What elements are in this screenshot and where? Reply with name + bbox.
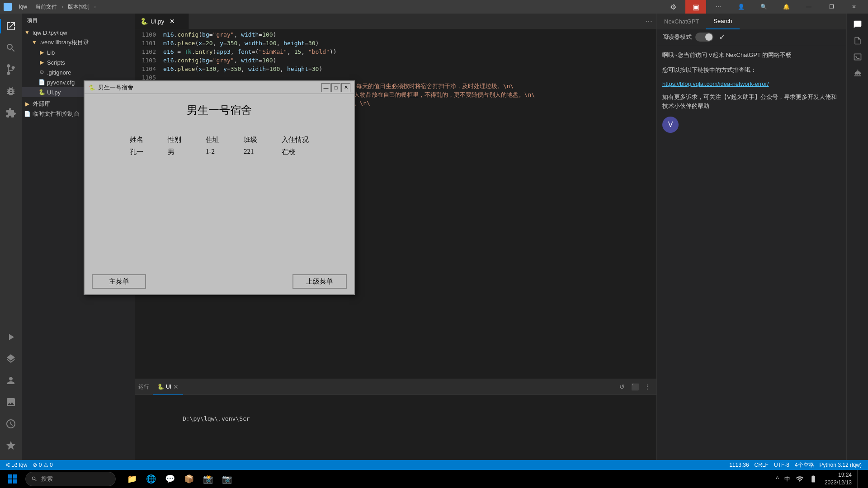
terminal-line-1: D:\py\lqw\.venv\Scr: [140, 397, 651, 432]
floating-restore-button[interactable]: □: [331, 83, 340, 92]
activity-user[interactable]: [0, 370, 22, 391]
tab-ui-py[interactable]: 🐍 UI.py ✕: [135, 14, 189, 29]
sidebar-item-gitignore[interactable]: ⚙ .gitignore: [22, 67, 135, 77]
taskbar-app-edge[interactable]: 🌐: [142, 470, 160, 488]
svg-rect-2: [8, 479, 12, 483]
sidebar-pyvenv-label: pyvenv.cfg: [47, 79, 75, 86]
system-tray-ime[interactable]: 中: [783, 474, 792, 484]
system-tray-wifi[interactable]: [794, 474, 806, 484]
show-desktop-button[interactable]: [857, 470, 861, 488]
taskbar-app-store[interactable]: 💬: [161, 470, 179, 488]
parent-menu-button[interactable]: 上级菜单: [292, 274, 347, 289]
taskbar-app-vscode[interactable]: 📷: [218, 470, 236, 488]
folder-venv-open-icon: ▼: [31, 39, 38, 46]
right-tab-nexchatgpt[interactable]: NexChatGPT: [657, 14, 706, 29]
system-tray-expand[interactable]: ^: [774, 474, 781, 483]
current-file-menu[interactable]: 当前文件: [32, 2, 61, 12]
folder-open-icon: ▼: [24, 29, 31, 36]
main-menu-button[interactable]: 主菜单: [92, 274, 146, 289]
chat-link[interactable]: https://blog.vqlai.com/idea-network-erro…: [662, 80, 769, 87]
floating-minimize-button[interactable]: —: [321, 83, 330, 92]
toggle-dot: [705, 33, 712, 41]
sidebar-item-lib[interactable]: ▶ Lib: [22, 47, 135, 57]
status-spaces[interactable]: 4个空格: [792, 460, 817, 470]
activity-star[interactable]: [0, 435, 22, 456]
terminal-panel: 运行 🐍 UI ✕ ↺ ⬛ ⋮ D:\py\lqw\.ve: [135, 379, 656, 460]
system-tray-battery[interactable]: [807, 474, 819, 484]
sidebar-temp-label: 临时文件和控制台: [33, 110, 80, 118]
right-icons-panel: [846, 14, 868, 460]
taskbar-app-xbox[interactable]: 📦: [180, 470, 198, 488]
activity-search[interactable]: [0, 37, 22, 59]
close-button[interactable]: ✕: [844, 0, 864, 14]
start-button[interactable]: [4, 470, 22, 488]
status-encoding[interactable]: UTF-8: [771, 460, 792, 470]
chat-message-link: https://blog.vqlai.com/idea-network-erro…: [662, 80, 841, 87]
svg-rect-0: [8, 474, 12, 479]
file-gitignore-icon: ⚙: [38, 69, 45, 76]
layout-button[interactable]: ▣: [685, 0, 706, 14]
right-tab-search[interactable]: Search: [706, 14, 739, 29]
panel-refresh-button[interactable]: ↺: [617, 381, 627, 392]
activity-layers[interactable]: [0, 348, 22, 370]
version-control-menu[interactable]: 版本控制: [64, 2, 93, 12]
taskbar-time: 19:24: [825, 471, 852, 479]
status-eol[interactable]: CRLF: [752, 460, 771, 470]
taskbar-app-files[interactable]: 📁: [123, 470, 141, 488]
tab-more-button[interactable]: ⋯: [641, 14, 656, 29]
reading-mode-label: 阅读器模式: [662, 33, 692, 41]
panel-stop-button[interactable]: ⬛: [629, 381, 640, 392]
col-header-class: 班级: [244, 136, 271, 144]
activity-run[interactable]: [0, 326, 22, 348]
panel-tab-ui-label: UI: [166, 384, 171, 390]
settings-button[interactable]: ⚙: [663, 0, 684, 14]
activity-git[interactable]: [0, 59, 22, 80]
right-panel: NexChatGPT Search 阅读器模式 ✓ 啊哦~您当前访问 V起来 N…: [656, 14, 846, 460]
tab-ui-label: UI.py: [151, 18, 164, 25]
activity-image[interactable]: [0, 391, 22, 413]
taskbar-app-photos[interactable]: 📸: [199, 470, 217, 488]
panel-more-button[interactable]: ⋮: [642, 381, 653, 392]
right-icon-robot[interactable]: [850, 66, 865, 80]
sidebar-scripts-label: Scripts: [47, 59, 65, 66]
taskbar-date: 2023/12/13: [825, 479, 852, 487]
sidebar-item-scripts[interactable]: ▶ Scripts: [22, 57, 135, 67]
more-button[interactable]: ⋯: [708, 0, 729, 14]
restore-button[interactable]: ❐: [821, 0, 842, 14]
search-button[interactable]: 🔍: [753, 0, 774, 14]
activity-extensions[interactable]: [0, 102, 22, 124]
tab-close-button[interactable]: ✕: [169, 18, 176, 25]
right-icon-terminal[interactable]: [850, 50, 865, 64]
floating-close-button[interactable]: ✕: [341, 83, 350, 92]
panel-tab-close-icon[interactable]: ✕: [173, 383, 179, 390]
taskbar-clock[interactable]: 19:24 2023/12/13: [821, 471, 855, 487]
profile-button[interactable]: 👤: [731, 0, 751, 14]
status-branch[interactable]: ⑆ ⎇ lqw: [4, 460, 30, 470]
title-bar-left: lqw 当前文件 › 版本控制 ›: [4, 2, 96, 12]
reading-mode-toggle[interactable]: [695, 33, 713, 42]
status-errors[interactable]: ⊘ 0 ⚠ 0: [30, 460, 55, 470]
activity-clock[interactable]: [0, 413, 22, 435]
cell-address-0: 1-2: [206, 148, 233, 156]
right-icon-doc[interactable]: [850, 33, 865, 48]
taskbar-search[interactable]: 搜索: [25, 472, 116, 486]
floating-titlebar: 🐍 男生一号宿舍 — □ ✕: [85, 81, 354, 94]
terminal-content[interactable]: D:\py\lqw\.venv\Scr: [135, 395, 656, 460]
sidebar-item-venv[interactable]: ▼ .venv library根目录: [22, 38, 135, 47]
status-position[interactable]: 1113:36: [726, 460, 751, 470]
menu-item-lqw[interactable]: lqw: [15, 3, 31, 11]
floating-window-icon: 🐍: [88, 84, 95, 91]
activity-bar: [0, 14, 22, 460]
right-icon-chat[interactable]: [850, 17, 865, 32]
status-language[interactable]: Python 3.12 (lqw): [817, 460, 864, 470]
activity-debug[interactable]: [0, 80, 22, 102]
col-header-status: 入住情况: [282, 136, 309, 144]
sidebar-item-lqw[interactable]: ▼ lqw D:\py\lqw: [22, 28, 135, 38]
reading-mode-bar: 阅读器模式 ✓: [657, 29, 846, 45]
activity-explorer[interactable]: [0, 15, 22, 37]
panel-tab-ui[interactable]: 🐍 UI ✕: [153, 379, 183, 395]
bell-button[interactable]: 🔔: [776, 0, 797, 14]
minimize-button[interactable]: —: [798, 0, 819, 14]
floating-window: 🐍 男生一号宿舍 — □ ✕ 男生一号宿舍 姓名 性别 住址 班级 入住情况 孔…: [84, 80, 355, 295]
file-pyvenv-icon: 📄: [38, 79, 45, 86]
